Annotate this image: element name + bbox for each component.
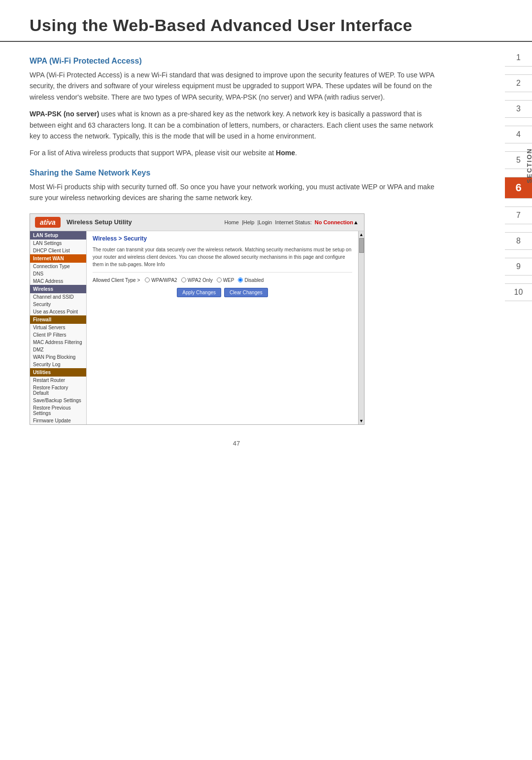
router-header: ativa Wireless Setup Utility Home |Help … bbox=[30, 214, 364, 231]
sharing-body: Most Wi-Fi products ship with security t… bbox=[30, 181, 443, 204]
wpa-body-1: WPA (Wi-Fi Protected Access) is a new Wi… bbox=[30, 69, 443, 103]
section-nav-divider9 bbox=[505, 276, 532, 284]
sidebar-item-dmz[interactable]: DMZ bbox=[30, 346, 86, 353]
radio-wpa-wpa2[interactable]: WPA/WPA2 bbox=[145, 277, 177, 283]
wpa-period: . bbox=[295, 149, 297, 157]
sidebar-item-restart[interactable]: Restart Router bbox=[30, 377, 86, 384]
client-type-label: Allowed Client Type > bbox=[93, 277, 140, 283]
section-nav-2[interactable]: 2 bbox=[505, 75, 532, 92]
wpa-visit-text: For a list of Ativa wireless products th… bbox=[30, 149, 276, 157]
router-ui: ativa Wireless Setup Utility Home |Help … bbox=[30, 213, 365, 425]
section-label: section bbox=[526, 148, 532, 183]
wpa-url-link[interactable]: Home bbox=[276, 149, 295, 157]
sidebar-item-lan-settings[interactable]: LAN Settings bbox=[30, 240, 86, 247]
radio-wpa2-only[interactable]: WPA2 Only bbox=[181, 277, 213, 283]
router-scrollbar[interactable]: ▲ ▼ bbox=[358, 231, 364, 424]
scrollbar-top: ▲ bbox=[353, 219, 359, 225]
router-main-content: Wireless > Security The router can trans… bbox=[87, 231, 358, 424]
ativa-logo: ativa bbox=[35, 217, 61, 228]
sidebar-item-client-ip[interactable]: Client IP Filters bbox=[30, 331, 86, 339]
section-nav-divider2 bbox=[505, 92, 532, 101]
router-sidebar: LAN Setup LAN Settings DHCP Client List … bbox=[30, 231, 87, 424]
router-title: Wireless Setup Utility bbox=[66, 218, 225, 226]
sidebar-header-wireless: Wireless bbox=[30, 285, 86, 293]
router-nav-bar: Home |Help |Login Internet Status: No Co… bbox=[225, 219, 353, 225]
wpa-body-3: For a list of Ativa wireless products th… bbox=[30, 147, 443, 158]
clear-changes-button[interactable]: Clear Changes bbox=[224, 288, 268, 297]
scrollbar-thumb[interactable] bbox=[359, 238, 364, 253]
section-nav-divider7 bbox=[505, 224, 532, 233]
section-nav-4[interactable]: 4 bbox=[505, 126, 532, 143]
button-row: Apply Changes Clear Changes bbox=[93, 288, 352, 297]
sidebar-item-wan-ping[interactable]: WAN Ping Blocking bbox=[30, 353, 86, 361]
sidebar-item-connection-type[interactable]: Connection Type bbox=[30, 263, 86, 270]
radio-disabled[interactable]: Disabled bbox=[238, 277, 264, 283]
section-nav-divider8 bbox=[505, 250, 532, 258]
main-content: WPA (Wi-Fi Protected Access) WPA (Wi-Fi … bbox=[0, 57, 473, 457]
wpa-body-2: WPA-PSK (no server) uses what is known a… bbox=[30, 108, 443, 141]
sidebar-item-restore-prev[interactable]: Restore Previous Settings bbox=[30, 404, 86, 417]
internet-status-value: No Connection bbox=[315, 219, 353, 225]
sidebar-item-mac-address[interactable]: MAC Address bbox=[30, 277, 86, 285]
wpa-heading: WPA (Wi-Fi Protected Access) bbox=[30, 57, 443, 66]
page-number: 47 bbox=[30, 440, 443, 457]
section-nav-9[interactable]: 9 bbox=[505, 258, 532, 276]
page-title: Using the Web-Based Advanced User Interf… bbox=[30, 16, 502, 35]
nav-login[interactable]: |Login bbox=[257, 219, 272, 225]
sidebar-header-lan: LAN Setup bbox=[30, 231, 86, 240]
sidebar-header-utilities: Utilities bbox=[30, 368, 86, 377]
sidebar-header-wan: Internet WAN bbox=[30, 254, 86, 263]
section-nav-8[interactable]: 8 bbox=[505, 233, 532, 250]
sidebar-item-factory-default[interactable]: Restore Factory Default bbox=[30, 384, 86, 397]
sidebar-item-channel-ssid[interactable]: Channel and SSID bbox=[30, 293, 86, 301]
sidebar-item-access-point[interactable]: Use as Access Point bbox=[30, 308, 86, 315]
section-nav: 1 2 3 4 5 6 7 8 9 10 section bbox=[505, 49, 532, 301]
sidebar-item-security[interactable]: Security bbox=[30, 301, 86, 308]
sidebar-item-security-log[interactable]: Security Log bbox=[30, 361, 86, 368]
scroll-down-arrow[interactable]: ▼ bbox=[359, 418, 364, 424]
sidebar-item-mac-filter[interactable]: MAC Address Filtering bbox=[30, 339, 86, 346]
page-header: Using the Web-Based Advanced User Interf… bbox=[0, 0, 532, 42]
nav-home[interactable]: Home bbox=[225, 219, 239, 225]
section-nav-divider6 bbox=[505, 199, 532, 207]
radio-group: WPA/WPA2 WPA2 Only WEP Disabled bbox=[145, 277, 264, 283]
wpa-psk-bold: WPA-PSK (no server) bbox=[30, 110, 99, 118]
sidebar-header-firewall: Firewall bbox=[30, 315, 86, 324]
section-nav-divider3 bbox=[505, 118, 532, 126]
sidebar-item-virtual-servers[interactable]: Virtual Servers bbox=[30, 324, 86, 331]
sharing-heading: Sharing the Same Network Keys bbox=[30, 169, 443, 177]
sidebar-item-dns[interactable]: DNS bbox=[30, 270, 86, 277]
apply-changes-button[interactable]: Apply Changes bbox=[177, 288, 221, 297]
sidebar-item-dhcp[interactable]: DHCP Client List bbox=[30, 247, 86, 254]
router-body: LAN Setup LAN Settings DHCP Client List … bbox=[30, 231, 364, 424]
section-nav-divider1 bbox=[505, 67, 532, 75]
sidebar-item-firmware[interactable]: Firmware Update bbox=[30, 417, 86, 424]
scroll-up-arrow[interactable]: ▲ bbox=[359, 231, 364, 237]
client-type-row: Allowed Client Type > WPA/WPA2 WPA2 Only… bbox=[93, 277, 352, 283]
section-nav-1[interactable]: 1 bbox=[505, 49, 532, 67]
radio-wep[interactable]: WEP bbox=[217, 277, 234, 283]
sidebar-item-save-backup[interactable]: Save/Backup Settings bbox=[30, 397, 86, 404]
section-nav-10[interactable]: 10 bbox=[505, 284, 532, 301]
nav-status-label: Internet Status: bbox=[275, 219, 312, 225]
router-description: The router can transmit your data secure… bbox=[93, 246, 352, 273]
router-breadcrumb: Wireless > Security bbox=[93, 235, 352, 242]
nav-help[interactable]: |Help bbox=[242, 219, 254, 225]
section-nav-3[interactable]: 3 bbox=[505, 101, 532, 118]
section-nav-7[interactable]: 7 bbox=[505, 207, 532, 224]
